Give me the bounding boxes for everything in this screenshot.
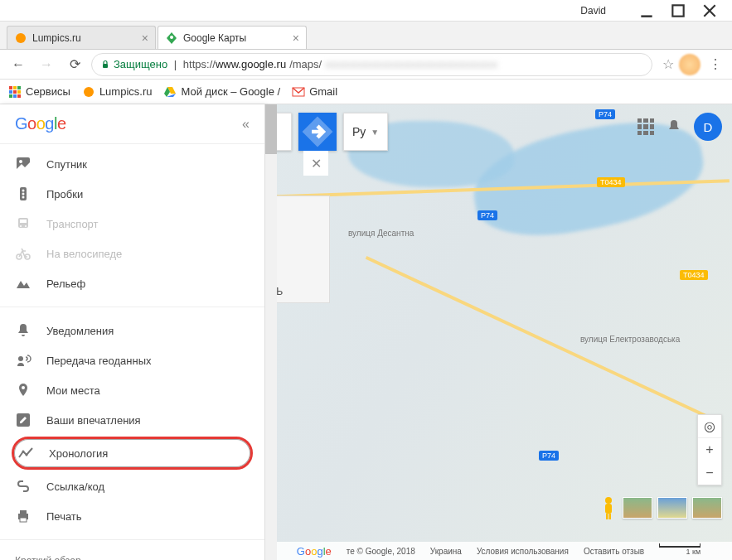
url-path: /maps/ — [289, 58, 322, 70]
svg-rect-7 — [9, 86, 12, 89]
drawer-scrollbar[interactable] — [265, 104, 277, 560]
svg-rect-6 — [103, 64, 108, 68]
svg-point-5 — [170, 36, 173, 39]
menu-item-print[interactable]: Печать — [0, 501, 264, 531]
recenter-button[interactable]: ◎ — [698, 415, 721, 438]
menu-item-notifications[interactable]: Уведомления — [0, 316, 264, 345]
minimize-button[interactable] — [631, 2, 662, 19]
menu-item-contributions[interactable]: Ваши впечатления — [0, 405, 264, 435]
road-shield: P74 — [595, 109, 615, 119]
favicon-icon — [165, 31, 178, 45]
menu-item-my-places[interactable]: Мои места — [0, 375, 264, 405]
drawer-header: Google « — [0, 104, 264, 144]
window-user: David — [580, 5, 606, 17]
collapse-drawer-button[interactable]: « — [242, 117, 250, 132]
svg-point-26 — [20, 225, 22, 227]
svg-point-22 — [22, 193, 25, 196]
imagery-thumb[interactable] — [623, 497, 652, 519]
layer-button[interactable]: Ру▼ — [343, 113, 388, 151]
divider — [0, 539, 264, 540]
google-logo: Google — [15, 114, 66, 133]
directions-button[interactable] — [298, 113, 337, 151]
zoom-in-button[interactable]: + — [698, 438, 721, 461]
svg-point-16 — [84, 87, 94, 97]
edit-icon — [15, 412, 32, 428]
scrollbar-thumb[interactable] — [265, 104, 277, 154]
notifications-button[interactable] — [666, 118, 682, 135]
divider — [0, 307, 264, 307]
bookmark-apps[interactable]: Сервисы — [8, 85, 70, 99]
tab-lumpics[interactable]: Lumpics.ru × — [7, 26, 156, 49]
road-shield: P74 — [477, 210, 497, 220]
satellite-icon — [15, 156, 32, 172]
favicon-icon — [82, 85, 95, 99]
country-text: Украина — [430, 547, 462, 556]
svg-point-27 — [25, 225, 27, 227]
map-top-right: D — [637, 113, 722, 141]
tab-google-maps[interactable]: Google Карты × — [158, 26, 307, 49]
bookmark-drive[interactable]: Мой диск – Google / — [163, 85, 280, 99]
account-avatar[interactable]: D — [694, 113, 722, 141]
svg-rect-9 — [17, 86, 21, 89]
svg-rect-11 — [13, 90, 17, 94]
drive-icon — [163, 85, 177, 99]
profile-avatar[interactable] — [679, 54, 700, 75]
menu-item-timeline[interactable]: Хронология — [12, 437, 253, 470]
bookmark-star-icon[interactable]: ☆ — [662, 56, 674, 72]
menu-item-bike[interactable]: На велосипеде — [0, 239, 264, 268]
menu-item-share-location[interactable]: Передача геоданных — [0, 345, 264, 375]
forward-button[interactable]: → — [35, 53, 58, 76]
feedback-link[interactable]: Оставить отзыв — [584, 547, 644, 556]
close-tab-icon[interactable]: × — [142, 31, 148, 45]
menu-item-terrain[interactable]: Рельеф — [0, 268, 264, 298]
pin-icon — [15, 382, 32, 398]
back-button[interactable]: ← — [7, 53, 30, 76]
svg-rect-15 — [17, 94, 21, 98]
pegman-icon[interactable] — [599, 495, 618, 520]
map-footer: Google те © Google, 2018 Украина Условия… — [265, 542, 732, 560]
svg-point-23 — [22, 196, 25, 199]
svg-rect-10 — [9, 90, 12, 94]
main-area: Google « Спутник Пробки Транспорт На вел… — [0, 104, 732, 560]
browser-menu-button[interactable]: ⋮ — [705, 56, 725, 72]
road-shield: T0434 — [680, 270, 708, 280]
google-apps-button[interactable] — [637, 118, 654, 135]
menu-item-share-link[interactable]: Ссылка/код — [0, 471, 264, 501]
window-titlebar: David — [0, 0, 732, 22]
copyright-text: те © Google, 2018 — [347, 547, 415, 556]
bike-icon — [15, 245, 32, 262]
address-field[interactable]: Защищено | https:// www.google.ru /maps/… — [91, 53, 652, 76]
zoom-out-button[interactable]: − — [698, 461, 721, 485]
svg-point-38 — [605, 497, 612, 504]
imagery-thumb[interactable] — [692, 497, 722, 519]
google-logo-small: Google — [297, 545, 332, 558]
lock-icon — [100, 60, 110, 70]
close-tab-icon[interactable]: × — [293, 31, 299, 45]
imagery-thumb[interactable] — [657, 497, 687, 519]
menu-item-satellite[interactable]: Спутник — [0, 149, 264, 179]
summary-link[interactable]: Краткий обзор — [0, 543, 264, 560]
tab-strip: Lumpics.ru × Google Карты × — [0, 22, 732, 50]
bookmark-gmail[interactable]: Gmail — [292, 85, 337, 99]
timeline-icon — [17, 445, 34, 461]
maximize-button[interactable] — [662, 2, 694, 19]
map-canvas[interactable]: P74T0434P74T0434P74 вулиця Десантнавулиц… — [265, 104, 732, 560]
bookmark-lumpics[interactable]: Lumpics.ru — [82, 85, 153, 99]
terrain-icon — [15, 275, 32, 292]
svg-rect-40 — [606, 514, 608, 519]
menu-item-traffic[interactable]: Пробки — [0, 179, 264, 209]
svg-rect-13 — [9, 94, 12, 98]
close-window-button[interactable] — [694, 2, 725, 19]
menu-section-layers: Спутник Пробки Транспорт На велосипеде Р… — [0, 144, 264, 303]
terms-link[interactable]: Условия использования — [477, 547, 569, 556]
svg-point-30 — [18, 356, 23, 361]
caret-down-icon: ▼ — [371, 128, 379, 137]
panel-stub: Ъ — [269, 196, 330, 303]
close-panel-button[interactable]: ✕ — [303, 151, 328, 176]
menu-item-transit[interactable]: Транспорт — [0, 209, 264, 239]
svg-rect-41 — [609, 514, 612, 519]
reload-button[interactable]: ⟳ — [63, 53, 86, 76]
share-location-icon — [15, 352, 32, 369]
road-shield: T0434 — [597, 177, 625, 187]
transit-icon — [15, 215, 32, 232]
